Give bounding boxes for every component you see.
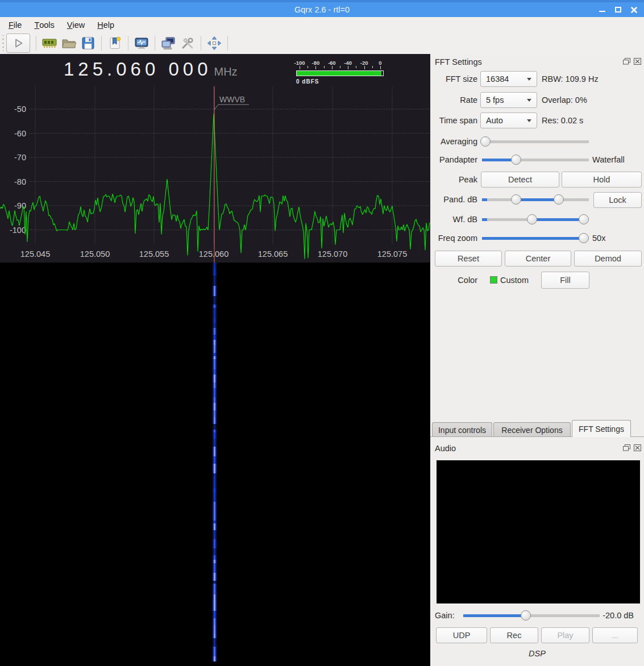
pandapter-display[interactable]: 125.060 000 MHz -100-80-60-40-200 0 dBFS…	[0, 54, 430, 263]
close-button[interactable]	[627, 3, 641, 16]
meter-ticks	[296, 66, 384, 70]
svg-text:-80: -80	[14, 177, 26, 186]
slider-handle[interactable]	[579, 233, 589, 243]
svg-text:125.055: 125.055	[139, 249, 169, 259]
play-icon	[12, 37, 24, 49]
float-panel-icon[interactable]	[623, 444, 630, 451]
timespan-label: Time span	[430, 113, 477, 128]
frequency-digits[interactable]: 125.060 000	[64, 59, 212, 80]
save-file-button[interactable]	[78, 34, 98, 52]
meter-scale-labels: -100-80-60-40-200	[296, 60, 384, 66]
svg-text:-100: -100	[10, 226, 26, 235]
fft-settings-title: FFT Settings	[435, 57, 482, 66]
slider-handle[interactable]	[511, 155, 521, 165]
center-button[interactable]: Center	[505, 251, 571, 267]
slider-fill	[532, 218, 583, 221]
svg-text:125.065: 125.065	[258, 249, 288, 259]
slider-groove[interactable]	[482, 140, 589, 143]
configure-io-button[interactable]	[40, 34, 59, 52]
bookmarks-button[interactable]	[105, 34, 124, 52]
maximize-button[interactable]	[611, 3, 625, 16]
color-swatch[interactable]	[490, 276, 497, 284]
peak-hold-button[interactable]: Hold	[562, 172, 642, 188]
move-arrows-icon	[207, 36, 222, 51]
rec-button[interactable]: Rec	[490, 627, 538, 643]
pandapter-split-slider[interactable]	[482, 154, 589, 166]
fft-display-button[interactable]	[132, 34, 151, 52]
chevron-down-icon	[527, 99, 531, 102]
tab-receiver-options[interactable]: Receiver Options	[493, 422, 571, 437]
start-dsp-button[interactable]	[6, 34, 30, 53]
signal-waterfall-trace	[213, 263, 217, 661]
spectrum-plot[interactable]: -50-60-70-80-90-100125.045125.050125.055…	[0, 85, 430, 263]
slider-handle[interactable]	[521, 610, 531, 621]
computers-icon	[161, 36, 176, 50]
play-button[interactable]: Play	[541, 627, 589, 643]
timespan-value: Auto	[486, 116, 503, 125]
chevron-down-icon	[527, 78, 531, 81]
rate-value: 5 fps	[486, 95, 504, 105]
close-panel-icon[interactable]	[634, 444, 641, 451]
fft-size-select[interactable]: 16384	[480, 71, 537, 87]
fft-size-value: 16384	[486, 74, 509, 84]
titlebar[interactable]: Gqrx 2.6 - rtl=0	[0, 0, 644, 17]
more-options-button[interactable]: ...	[592, 627, 638, 643]
freq-zoom-value: 50x	[592, 232, 605, 244]
audio-fft-display[interactable]	[437, 460, 640, 603]
menu-help[interactable]: Help	[91, 17, 121, 32]
close-panel-icon[interactable]	[634, 58, 641, 65]
meter-scale-tick-label: 0	[372, 60, 389, 66]
svg-text:-60: -60	[14, 129, 26, 138]
audio-dock-controls	[623, 444, 641, 451]
menubar: File Tools View Help	[0, 17, 644, 32]
open-file-button[interactable]	[59, 34, 78, 52]
menu-tools[interactable]: Tools	[28, 17, 60, 32]
slider-handle[interactable]	[480, 136, 491, 147]
freq-zoom-slider[interactable]	[482, 232, 589, 244]
slider-low-handle[interactable]	[527, 214, 537, 224]
reset-button[interactable]: Reset	[435, 251, 502, 267]
udp-button[interactable]: UDP	[436, 627, 487, 643]
toolbar-separator	[128, 36, 128, 51]
rate-label: Rate	[430, 92, 477, 108]
float-panel-icon[interactable]	[623, 58, 630, 65]
audio-gain-slider[interactable]	[463, 610, 600, 622]
maximize-icon	[615, 7, 621, 13]
right-panel: FFT Settings FFT size 16384 RBW: 109.9 H…	[430, 54, 644, 666]
pandapter-db-range-slider[interactable]	[482, 194, 589, 206]
lock-button[interactable]: Lock	[593, 192, 642, 208]
svg-text:125.050: 125.050	[80, 249, 110, 259]
audio-title: Audio	[435, 444, 456, 453]
peak-detect-button[interactable]: Detect	[481, 172, 559, 188]
fill-button[interactable]: Fill	[541, 272, 589, 289]
demod-button[interactable]: Demod	[574, 251, 642, 267]
fft-size-label: FFT size	[430, 71, 477, 87]
slider-low-handle[interactable]	[511, 194, 521, 205]
res-value: Res: 0.02 s	[542, 113, 583, 128]
slider-high-handle[interactable]	[579, 214, 589, 224]
remote-control-button[interactable]	[159, 34, 178, 52]
tools-button[interactable]	[178, 34, 197, 52]
meter-scale-tick-label: -60	[323, 60, 340, 66]
fullscreen-button[interactable]	[205, 34, 224, 52]
memory-chip-icon	[42, 36, 57, 50]
toolbar-separator	[227, 36, 228, 51]
slider-high-handle[interactable]	[554, 194, 564, 205]
oscilloscope-icon	[134, 36, 149, 50]
menu-view[interactable]: View	[61, 17, 91, 32]
rate-select[interactable]: 5 fps	[480, 92, 537, 108]
tab-input-controls[interactable]: Input controls	[432, 422, 492, 437]
svg-text:WWVB: WWVB	[219, 95, 245, 104]
toolbar-separator	[201, 36, 201, 51]
averaging-label: Averaging	[430, 136, 477, 148]
minimize-button[interactable]	[595, 3, 609, 16]
timespan-select[interactable]: Auto	[480, 113, 537, 128]
waterfall-display[interactable]	[0, 263, 430, 666]
waterfall-db-range-slider[interactable]	[482, 214, 589, 226]
averaging-slider[interactable]	[482, 136, 589, 148]
tab-fft-settings[interactable]: FFT Settings	[572, 420, 631, 437]
meter-scale-tick-label: -20	[356, 60, 373, 66]
menu-file[interactable]: File	[2, 17, 28, 32]
frequency-readout[interactable]: 125.060 000 MHz	[64, 59, 238, 80]
toolbar-drag-handle[interactable]	[1, 35, 5, 51]
